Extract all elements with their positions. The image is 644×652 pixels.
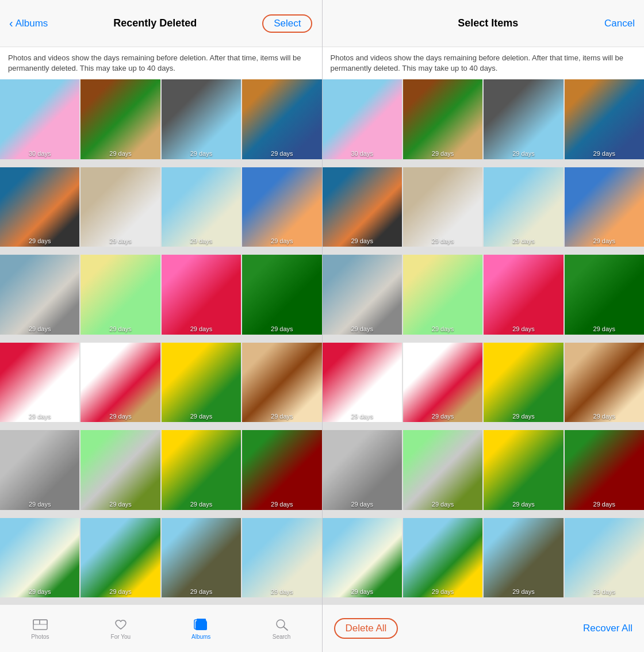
albums-icon	[193, 618, 209, 631]
photo-cell[interactable]: 29 days	[80, 430, 160, 509]
photo-cell[interactable]: 29 days	[565, 167, 644, 247]
photo-cell[interactable]: 29 days	[403, 518, 482, 597]
photo-cell[interactable]: 29 days	[323, 343, 402, 422]
cancel-button[interactable]: Cancel	[604, 18, 635, 29]
svg-line-7	[283, 627, 288, 630]
photo-cell[interactable]: 29 days	[242, 79, 321, 159]
left-header: ‹ Albums Recently Deleted Select	[0, 0, 322, 47]
photo-cell[interactable]: 29 days	[565, 79, 644, 159]
photo-cell[interactable]: 29 days	[162, 167, 241, 247]
back-button[interactable]: ‹ Albums	[9, 17, 48, 30]
heart-icon	[113, 618, 129, 631]
photo-grid-left: 30 days 29 days 29 days 29 days 29 days …	[0, 79, 322, 604]
photo-cell[interactable]: 29 days	[484, 518, 563, 597]
photo-cell[interactable]: 29 days	[565, 343, 644, 422]
recover-all-button[interactable]: Recover All	[583, 623, 632, 634]
photo-cell[interactable]: 29 days	[242, 430, 321, 509]
tab-for-you[interactable]: For You	[80, 618, 161, 640]
photo-cell[interactable]: 29 days	[0, 255, 79, 334]
photo-cell[interactable]: 29 days	[242, 518, 321, 597]
photo-cell[interactable]: 29 days	[565, 518, 644, 597]
svg-rect-5	[197, 619, 206, 621]
photos-icon	[32, 618, 48, 631]
photo-cell[interactable]: 29 days	[565, 255, 644, 334]
photo-cell[interactable]: 29 days	[323, 167, 402, 247]
search-icon	[274, 618, 290, 631]
photo-cell[interactable]: 29 days	[80, 518, 160, 597]
photo-cell[interactable]: 29 days	[80, 255, 160, 334]
photo-cell[interactable]: 29 days	[484, 167, 563, 247]
photo-cell[interactable]: 29 days	[242, 167, 321, 247]
photo-cell[interactable]: 29 days	[565, 430, 644, 509]
tab-albums[interactable]: Albums	[161, 618, 241, 640]
tab-for-you-label: For You	[111, 634, 131, 640]
photo-cell[interactable]: 29 days	[242, 255, 321, 334]
photo-cell[interactable]: 29 days	[403, 167, 482, 247]
tab-search-label: Search	[273, 634, 291, 640]
photo-cell[interactable]: 29 days	[323, 255, 402, 334]
photo-cell[interactable]: 29 days	[0, 518, 79, 597]
tab-search[interactable]: Search	[241, 618, 322, 640]
photo-cell[interactable]: 29 days	[162, 430, 241, 509]
svg-rect-2	[40, 620, 47, 624]
right-header: Select Items Cancel	[323, 0, 645, 47]
photo-cell[interactable]: 29 days	[484, 255, 563, 334]
tab-photos[interactable]: Photos	[0, 618, 80, 640]
photo-cell[interactable]: 29 days	[323, 518, 402, 597]
photo-cell[interactable]: 30 days	[0, 79, 79, 159]
photo-cell[interactable]: 29 days	[403, 430, 482, 509]
photo-cell[interactable]: 29 days	[484, 343, 563, 422]
photo-cell[interactable]: 29 days	[162, 518, 241, 597]
photo-cell[interactable]: 29 days	[323, 430, 402, 509]
photo-cell[interactable]: 30 days	[323, 79, 402, 159]
chevron-left-icon: ‹	[9, 17, 13, 30]
photo-cell[interactable]: 29 days	[484, 430, 563, 509]
svg-rect-1	[33, 620, 40, 624]
tab-albums-label: Albums	[191, 634, 210, 640]
photo-cell[interactable]: 29 days	[484, 79, 563, 159]
photo-cell[interactable]: 29 days	[80, 343, 160, 422]
photo-grid-right: 30 days 29 days 29 days 29 days 29 days …	[323, 79, 645, 604]
action-bar: Delete All Recover All	[323, 604, 645, 652]
photo-cell[interactable]: 29 days	[80, 167, 160, 247]
photo-cell[interactable]: 29 days	[162, 343, 241, 422]
photo-cell[interactable]: 29 days	[162, 79, 241, 159]
right-page-title: Select Items	[458, 17, 518, 29]
photo-cell[interactable]: 29 days	[242, 343, 321, 422]
tab-bar: Photos For You Albums	[0, 604, 322, 652]
photo-cell[interactable]: 29 days	[80, 79, 160, 159]
photo-cell[interactable]: 29 days	[162, 255, 241, 334]
photo-cell[interactable]: 29 days	[403, 343, 482, 422]
right-description-text: Photos and videos show the days remainin…	[323, 47, 645, 79]
description-text: Photos and videos show the days remainin…	[0, 47, 322, 79]
select-button[interactable]: Select	[262, 14, 312, 33]
photo-cell[interactable]: 29 days	[403, 255, 482, 334]
photo-cell[interactable]: 29 days	[0, 430, 79, 509]
page-title: Recently Deleted	[113, 17, 197, 29]
photo-cell[interactable]: 29 days	[0, 167, 79, 247]
photo-cell[interactable]: 29 days	[0, 343, 79, 422]
delete-all-button[interactable]: Delete All	[334, 618, 398, 639]
tab-photos-label: Photos	[31, 634, 49, 640]
photo-cell[interactable]: 29 days	[403, 79, 482, 159]
back-label: Albums	[16, 18, 48, 29]
